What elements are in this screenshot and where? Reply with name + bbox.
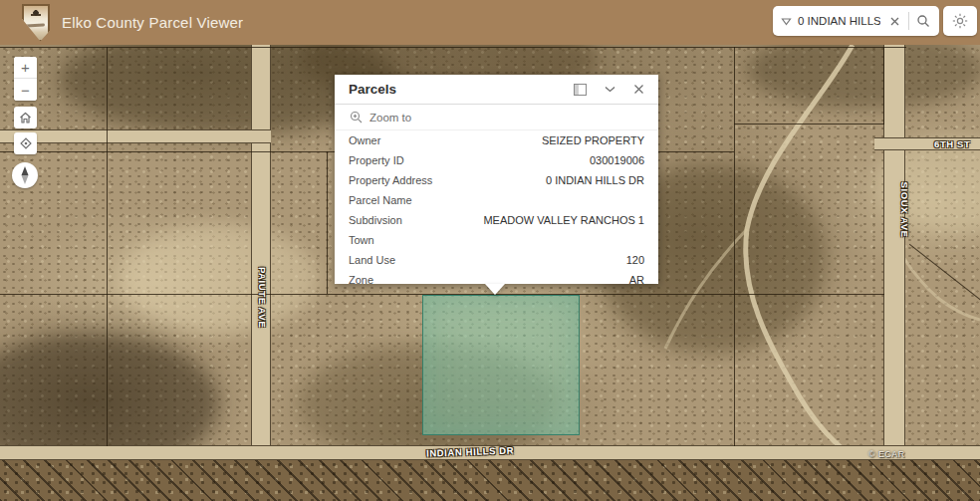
road-sioux-ave — [883, 45, 905, 446]
map-canvas[interactable]: PAIUTE AVE 6TH ST SIOUX AVE INDIAN HILLS… — [0, 45, 980, 501]
brightness-toggle-button[interactable] — [943, 6, 977, 36]
zoom-to-label: Zoom to — [369, 112, 411, 124]
popup-pointer — [485, 284, 505, 295]
compass-button[interactable] — [12, 162, 38, 188]
home-button[interactable] — [14, 107, 37, 128]
compass-needle-icon — [18, 165, 32, 185]
field-row-parcel-name: Parcel Name — [335, 190, 658, 210]
parcel-viewer-app: Elko County Parcel Viewer — [0, 0, 980, 501]
parcel-line — [0, 47, 906, 48]
field-row-land-use: Land Use 120 — [335, 250, 658, 270]
terrain-shade — [120, 224, 319, 334]
app-header: Elko County Parcel Viewer — [0, 0, 980, 45]
zoom-widget: + − — [14, 57, 37, 101]
zoom-to-action[interactable]: Zoom to — [335, 105, 658, 130]
road-indian-hills-dr — [0, 445, 980, 460]
search-divider — [908, 12, 909, 30]
home-icon — [18, 111, 33, 125]
app-title: Elko County Parcel Viewer — [62, 14, 243, 31]
selected-parcel-highlight[interactable] — [422, 295, 580, 435]
popup-dock-icon[interactable] — [574, 84, 587, 96]
popup-fields: Owner SEIZED PROPERTY Property ID 030019… — [335, 130, 658, 284]
parcel-line — [327, 151, 328, 294]
road-dirt-west — [0, 129, 271, 143]
terrain-shade — [747, 45, 980, 110]
sun-icon — [952, 13, 968, 29]
locate-icon — [18, 135, 34, 151]
parcel-line — [734, 124, 884, 125]
field-row-owner: Owner SEIZED PROPERTY — [335, 130, 658, 150]
map-hatch-area — [0, 460, 980, 501]
zoom-to-icon — [350, 111, 363, 124]
field-row-zone: Zone AR — [335, 270, 658, 284]
zoom-out-button[interactable]: − — [14, 79, 37, 101]
parcel-line-diagonal — [909, 244, 980, 309]
zoom-in-button[interactable]: + — [14, 57, 37, 79]
search-input[interactable] — [798, 15, 880, 27]
field-row-town: Town — [335, 230, 658, 250]
road-paiute-ave — [251, 45, 271, 446]
popup-title: Parcels — [349, 82, 574, 97]
parcel-popup: Parcels Zoom to — [335, 75, 658, 284]
parcel-line — [734, 47, 735, 446]
search-box[interactable] — [773, 6, 939, 36]
road-6th-st — [874, 137, 980, 150]
popup-collapse-icon[interactable] — [605, 86, 615, 93]
field-row-subdivision: Subdivsion MEADOW VALLEY RANCHOS 1 — [335, 210, 658, 230]
field-row-property-id: Property ID 030019006 — [335, 150, 658, 170]
search-submit-icon[interactable] — [913, 10, 933, 32]
popup-header: Parcels — [335, 75, 658, 105]
popup-close-icon[interactable] — [633, 84, 644, 95]
elko-county-logo — [22, 4, 50, 42]
locate-button[interactable] — [14, 132, 37, 154]
search-dropdown-caret-icon[interactable] — [779, 15, 794, 28]
field-row-property-address: Property Address 0 INDIAN HILLS DR — [335, 170, 658, 190]
search-clear-icon[interactable] — [884, 10, 904, 32]
parcel-line — [107, 47, 108, 446]
